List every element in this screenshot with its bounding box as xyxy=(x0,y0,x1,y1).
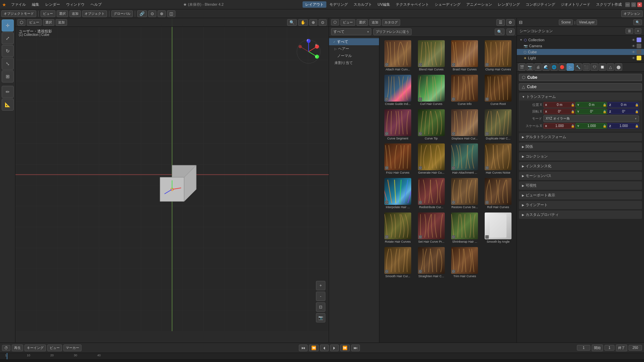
measure-tool[interactable]: 📐 xyxy=(2,99,14,111)
pos-y-lock[interactable]: 🔒 xyxy=(603,103,606,107)
vp-snap2[interactable]: ⊕ xyxy=(309,19,317,26)
asset-item-attach[interactable]: ⬡Attach Hair Curv... xyxy=(382,40,414,72)
transform-header[interactable]: ▼ トランスフォーム xyxy=(519,93,642,101)
instancing-header[interactable]: ▶ インスタンス化 xyxy=(519,162,642,170)
cat-normal[interactable]: ノーマル xyxy=(329,52,379,59)
play-label[interactable]: 再生 xyxy=(12,345,23,351)
start-label[interactable]: 開始 xyxy=(592,345,603,351)
rot-x[interactable]: X 0° 🔒 xyxy=(543,109,575,114)
asset-item-interpolate[interactable]: ⬡Interpolate Hair ... xyxy=(382,177,414,210)
tab-animation[interactable]: アニメーション xyxy=(464,1,495,8)
scale-tool[interactable]: ⤡ xyxy=(2,58,14,70)
asset-item-root[interactable]: ⬡Curve Root xyxy=(482,74,514,107)
snap-btn[interactable]: 🔗 xyxy=(137,10,147,17)
preferences-btn[interactable]: プリファレンスに従う xyxy=(373,28,412,35)
view-menu[interactable]: ビュー xyxy=(41,10,55,17)
asset-item-rotate[interactable]: ⬡Rotate Hair Curves xyxy=(382,212,414,244)
tree-scene-root[interactable]: ▼ ⬡ Collection 👁 xyxy=(517,37,644,43)
select-menu[interactable]: 選択 xyxy=(57,10,68,17)
rot-y[interactable]: Y 0° 🔒 xyxy=(576,109,607,114)
node-settings-icon[interactable]: ⚙ xyxy=(506,19,515,26)
move-tool[interactable]: ⤢ xyxy=(2,32,14,44)
mode-dropdown[interactable]: オブジェクトモード xyxy=(1,10,36,17)
node-view-btn[interactable]: ビュー xyxy=(340,19,355,26)
asset-item-blend[interactable]: ⬡Blend Hair Curves xyxy=(416,40,447,72)
play-end-btn[interactable]: ⏭ xyxy=(351,345,360,351)
asset-item-frizz[interactable]: ⬡Frizz Hair Curves xyxy=(382,143,414,175)
asset-item-generate[interactable]: ⬡Generate Hair Cu... xyxy=(416,143,447,175)
view-layer-name[interactable]: ViewLayer xyxy=(577,19,597,25)
asset-item-smoothhair[interactable]: ⬡Smooth Hair Cur... xyxy=(382,246,414,279)
pos-x[interactable]: X 0 m 🔒 xyxy=(543,102,575,108)
play-btn[interactable]: ⏵ xyxy=(330,345,339,351)
asset-item-guide[interactable]: ⬡Create Guide Ind... xyxy=(382,74,414,107)
menu-file[interactable]: ファイル xyxy=(8,1,29,8)
props-search-icon[interactable]: 🔍 xyxy=(633,19,642,25)
rotate-tool[interactable]: ↻ xyxy=(2,45,14,57)
play-back-btn[interactable]: ⏴ xyxy=(320,345,329,351)
new-collection-icon[interactable]: + xyxy=(635,28,641,34)
vp-search[interactable]: 🔍 xyxy=(287,19,297,26)
tab-modifier[interactable]: 🔧 xyxy=(575,63,582,71)
start-frame-field[interactable]: 1 xyxy=(604,345,614,351)
tab-compositing[interactable]: コンポジティング xyxy=(523,1,558,8)
asset-item-curl[interactable]: ⬡Curl Hair Curves xyxy=(416,74,447,107)
tab-scene2[interactable]: 🌐 xyxy=(550,63,558,71)
vp-select-btn[interactable]: 選択 xyxy=(43,19,54,26)
tab-geometry[interactable]: ジオメトリノード xyxy=(558,1,593,8)
keying-label[interactable]: キーイング xyxy=(24,345,46,351)
asset-item-shrink[interactable]: ⬡Shrinkwrap Hair ... xyxy=(449,212,481,244)
filter-all[interactable]: すべて ▾ xyxy=(331,28,371,35)
vp-pan[interactable]: ✋ xyxy=(298,19,308,26)
tree-cube[interactable]: ⬡ Cube 👁 xyxy=(517,49,644,55)
node-filter-icon[interactable]: ☰ xyxy=(496,19,505,26)
node-catalog-btn[interactable]: カタログ xyxy=(382,19,400,26)
scale-z-lock[interactable]: 🔒 xyxy=(635,124,639,128)
asset-item-braid[interactable]: ⬡Braid Hair Curves xyxy=(449,40,481,72)
play-start-btn[interactable]: ⏮ xyxy=(299,345,308,351)
zoom-out[interactable]: - xyxy=(316,292,325,301)
asset-item-restore[interactable]: ⬡Restore Curve Se... xyxy=(449,177,481,210)
proportional-btn[interactable]: ⊙ xyxy=(148,10,156,17)
tab-scripting[interactable]: スクリプト作成 xyxy=(593,1,625,8)
zoom-in[interactable]: + xyxy=(316,281,325,290)
asset-item-setcurve[interactable]: ⬡Set Hair Curve Pr... xyxy=(416,212,447,244)
rotation-mode[interactable]: XYZ オイラー角 ▾ xyxy=(543,115,639,122)
select-tool[interactable]: ✛ xyxy=(2,19,14,32)
tab-rendering[interactable]: レンダリング xyxy=(495,1,523,8)
play-fwd-btn[interactable]: ⏩ xyxy=(340,345,350,351)
cam-eye-icon[interactable]: 👁 xyxy=(632,44,635,48)
vp-add-btn[interactable]: 追加 xyxy=(56,19,67,26)
maximize-button[interactable]: □ xyxy=(631,2,636,7)
tab-particles[interactable]: ⬛ xyxy=(583,63,590,71)
scale-x[interactable]: X 1.000 🔒 xyxy=(543,123,575,129)
tree-camera[interactable]: 📷 Camera 👁 xyxy=(517,43,644,49)
asset-item-smoothangle[interactable]: ⬡Smooth by Angle xyxy=(482,212,514,244)
minimize-button[interactable]: — xyxy=(625,2,630,7)
play-prev-btn[interactable]: ⏪ xyxy=(309,345,319,351)
viewport[interactable]: ⬡ ビュー 選択 追加 🔍 ✋ ⊕ ⊙ ユーザー・透視投影 (1) Collec… xyxy=(15,18,329,343)
tab-texture[interactable]: テクスチャペイント xyxy=(393,1,432,8)
asset-refresh-icon[interactable]: ↺ xyxy=(506,28,515,35)
node-select-btn[interactable]: 選択 xyxy=(357,19,368,26)
transform-dropdown[interactable]: グローバル xyxy=(111,10,133,17)
cat-hair[interactable]: ▷ ヘアー xyxy=(329,45,379,52)
tab-object-props[interactable]: ▷ xyxy=(567,63,574,71)
viewport-display-header[interactable]: ▶ ビューポート表示 xyxy=(519,191,642,199)
asset-item-duplicate[interactable]: ⬡Duplicate Hair C... xyxy=(482,109,514,141)
asset-item-displace[interactable]: ⬡Displace Hair Cur... xyxy=(449,109,481,141)
current-frame-field[interactable]: 1 xyxy=(577,345,590,351)
menu-help[interactable]: ヘルプ xyxy=(88,1,104,8)
asset-item-trim[interactable]: ⬡Trim Hair Curves xyxy=(449,246,481,279)
overlay-btn[interactable]: ⊕ xyxy=(158,10,166,17)
camera-view[interactable]: 📷 xyxy=(316,313,325,322)
cube-eye-icon[interactable]: 👁 xyxy=(632,50,635,54)
pos-x-lock[interactable]: 🔒 xyxy=(571,103,575,107)
xray-btn[interactable]: ◫ xyxy=(167,10,175,17)
pos-z-lock[interactable]: 🔒 xyxy=(635,103,639,107)
rot-x-lock[interactable]: 🔒 xyxy=(571,110,575,113)
menu-render[interactable]: レンダー xyxy=(43,1,63,8)
scale-y-lock[interactable]: 🔒 xyxy=(603,124,606,128)
asset-item-segment[interactable]: ⬡Curve Segment xyxy=(382,109,414,141)
tab-material[interactable]: ⬤ xyxy=(615,63,622,71)
